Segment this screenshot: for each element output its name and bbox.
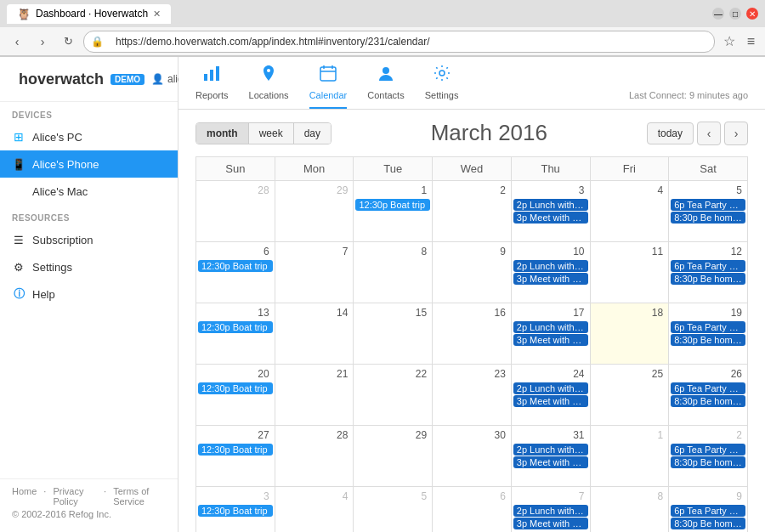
maximize-button[interactable]: □: [729, 8, 741, 20]
calendar-event[interactable]: 6p Tea Party with: [671, 382, 745, 394]
calendar-cell[interactable]: 8: [354, 242, 433, 303]
calendar-cell[interactable]: 96p Tea Party with8:30p Be home b: [669, 487, 748, 533]
calendar-event[interactable]: 8:30p Be home b: [671, 212, 745, 224]
nav-locations[interactable]: Locations: [249, 64, 289, 109]
calendar-event[interactable]: 6p Tea Party with: [671, 321, 745, 333]
calendar-event[interactable]: 3p Meet with girls: [513, 212, 588, 224]
sidebar-item-alices-phone[interactable]: 📱 Alice's Phone: [0, 150, 178, 178]
calendar-cell[interactable]: 5: [354, 487, 433, 533]
calendar-cell[interactable]: 72p Lunch with sis3p Meet with girls: [511, 487, 590, 533]
calendar-cell[interactable]: 29: [354, 426, 433, 487]
calendar-event[interactable]: 12:30p Boat trip: [198, 382, 273, 394]
calendar-event[interactable]: 12:30p Boat trip: [198, 260, 273, 272]
bookmark-icon[interactable]: ☆: [720, 33, 739, 49]
calendar-event[interactable]: 12:30p Boat trip: [198, 505, 273, 517]
today-button[interactable]: today: [647, 122, 694, 144]
calendar-cell[interactable]: 4: [590, 181, 669, 242]
calendar-cell[interactable]: 25: [590, 365, 669, 426]
calendar-cell[interactable]: 1312:30p Boat trip: [196, 303, 275, 365]
calendar-event[interactable]: 3p Meet with girls: [513, 334, 588, 346]
calendar-cell[interactable]: 1: [590, 426, 669, 487]
day-view-button[interactable]: day: [294, 123, 331, 144]
calendar-cell[interactable]: 242p Lunch with sis3p Meet with girls: [511, 365, 590, 426]
calendar-cell[interactable]: 11: [590, 242, 669, 303]
calendar-cell[interactable]: 22: [354, 365, 433, 426]
back-button[interactable]: ‹: [7, 31, 27, 52]
calendar-cell[interactable]: 14: [275, 303, 354, 365]
calendar-cell[interactable]: 312:30p Boat trip: [196, 487, 275, 533]
calendar-cell[interactable]: 126p Tea Party with8:30p Be home b: [669, 242, 748, 303]
calendar-cell[interactable]: 8: [590, 487, 669, 533]
calendar-event[interactable]: 8:30p Be home b: [671, 334, 745, 346]
calendar-cell[interactable]: 21: [275, 365, 354, 426]
terms-link[interactable]: Terms of Service: [113, 486, 166, 507]
calendar-cell[interactable]: 312p Lunch with sis3p Meet with girls: [511, 426, 590, 487]
calendar-cell[interactable]: 612:30p Boat trip: [196, 242, 275, 303]
calendar-cell[interactable]: 9: [433, 242, 512, 303]
next-month-button[interactable]: ›: [724, 122, 748, 145]
calendar-cell[interactable]: 2012:30p Boat trip: [196, 365, 275, 426]
calendar-event[interactable]: 8:30p Be home b: [671, 395, 745, 407]
calendar-event[interactable]: 8:30p Be home b: [671, 456, 745, 468]
calendar-cell[interactable]: 30: [433, 426, 512, 487]
calendar-event[interactable]: 2p Lunch with sis: [513, 199, 588, 211]
calendar-event[interactable]: 8:30p Be home b: [671, 518, 745, 529]
nav-calendar[interactable]: Calendar: [309, 64, 348, 109]
calendar-cell[interactable]: 28: [196, 181, 275, 242]
calendar-cell[interactable]: 196p Tea Party with8:30p Be home b: [669, 303, 748, 365]
sidebar-item-alices-pc[interactable]: ⊞ Alice's PC: [0, 123, 178, 150]
minimize-button[interactable]: —: [712, 8, 724, 20]
calendar-event[interactable]: 6p Tea Party with: [671, 199, 745, 211]
sidebar-item-subscription[interactable]: ☰ Subscription: [0, 226, 178, 253]
calendar-cell[interactable]: 112:30p Boat trip: [354, 181, 433, 242]
calendar-event[interactable]: 12:30p Boat trip: [198, 444, 273, 456]
calendar-cell[interactable]: 15: [354, 303, 433, 365]
calendar-cell[interactable]: 7: [275, 242, 354, 303]
calendar-event[interactable]: 12:30p Boat trip: [198, 321, 273, 333]
nav-settings[interactable]: Settings: [425, 64, 459, 109]
calendar-cell[interactable]: 172p Lunch with sis3p Meet with girls: [511, 303, 590, 365]
sidebar-item-help[interactable]: ⓘ Help: [0, 280, 178, 308]
calendar-event[interactable]: 3p Meet with girls: [513, 456, 588, 468]
privacy-link[interactable]: Privacy Policy: [53, 486, 97, 507]
calendar-event[interactable]: 2p Lunch with sis: [513, 321, 588, 333]
calendar-event[interactable]: 3p Meet with girls: [513, 395, 588, 407]
calendar-cell[interactable]: 18: [590, 303, 669, 365]
calendar-cell[interactable]: 28: [275, 426, 354, 487]
week-view-button[interactable]: week: [249, 123, 294, 144]
calendar-cell[interactable]: 29: [275, 181, 354, 242]
calendar-event[interactable]: 2p Lunch with sis: [513, 260, 588, 272]
calendar-event[interactable]: 2p Lunch with sis: [513, 444, 588, 456]
calendar-event[interactable]: 2p Lunch with sis: [513, 505, 588, 517]
calendar-cell[interactable]: 26p Tea Party with8:30p Be home b: [669, 426, 748, 487]
calendar-event[interactable]: 3p Meet with girls: [513, 518, 588, 529]
browser-tab[interactable]: 🦉 Dashboard · Hoverwatch ✕: [7, 4, 171, 24]
calendar-event[interactable]: 2p Lunch with sis: [513, 382, 588, 394]
calendar-cell[interactable]: 56p Tea Party with8:30p Be home b: [669, 181, 748, 242]
close-button[interactable]: ✕: [746, 8, 758, 20]
menu-icon[interactable]: ≡: [744, 34, 758, 49]
prev-month-button[interactable]: ‹: [697, 122, 721, 145]
calendar-event[interactable]: 3p Meet with girls: [513, 273, 588, 285]
calendar-event[interactable]: 6p Tea Party with: [671, 260, 745, 272]
calendar-event[interactable]: 12:30p Boat trip: [355, 199, 430, 211]
url-input[interactable]: [107, 33, 707, 50]
calendar-cell[interactable]: 266p Tea Party with8:30p Be home b: [669, 365, 748, 426]
tab-close-icon[interactable]: ✕: [153, 8, 161, 20]
calendar-cell[interactable]: 2: [433, 181, 512, 242]
calendar-cell[interactable]: 2712:30p Boat trip: [196, 426, 275, 487]
calendar-cell[interactable]: 16: [433, 303, 512, 365]
nav-reports[interactable]: Reports: [196, 64, 229, 109]
refresh-button[interactable]: ↻: [58, 31, 78, 52]
calendar-event[interactable]: 6p Tea Party with: [671, 444, 745, 456]
calendar-event[interactable]: 6p Tea Party with: [671, 505, 745, 517]
calendar-cell[interactable]: 23: [433, 365, 512, 426]
calendar-cell[interactable]: 6: [433, 487, 512, 533]
forward-button[interactable]: ›: [32, 31, 53, 52]
sidebar-item-alices-mac[interactable]: Alice's Mac: [0, 178, 178, 205]
calendar-event[interactable]: 8:30p Be home b: [671, 273, 745, 285]
home-link[interactable]: Home: [12, 486, 37, 507]
month-view-button[interactable]: month: [196, 123, 249, 144]
calendar-cell[interactable]: 32p Lunch with sis3p Meet with girls: [511, 181, 590, 242]
calendar-cell[interactable]: 102p Lunch with sis3p Meet with girls: [511, 242, 590, 303]
